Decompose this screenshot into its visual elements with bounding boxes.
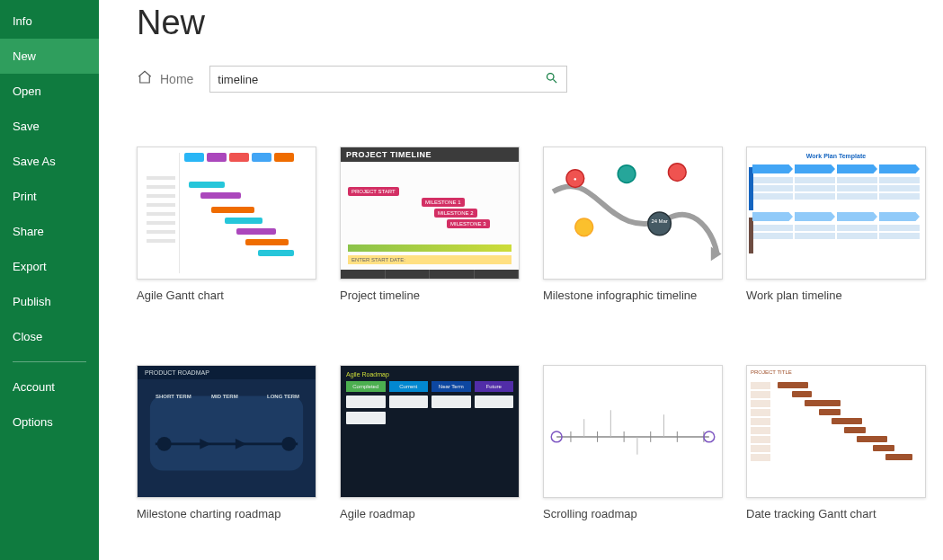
svg-text:24 Mar: 24 Mar bbox=[651, 218, 667, 224]
page-title: New bbox=[137, 4, 943, 42]
sidebar-separator bbox=[13, 361, 86, 362]
template-thumb: ● 24 Mar bbox=[543, 147, 723, 280]
template-label: Agile Gantt chart bbox=[137, 289, 316, 302]
template-card-agile-roadmap[interactable]: Agile Roadmap Completed Current Near Ter… bbox=[340, 365, 520, 520]
home-icon bbox=[137, 69, 153, 89]
svg-point-0 bbox=[547, 73, 554, 80]
template-card-date-gantt[interactable]: PROJECT TITLE bbox=[746, 365, 926, 520]
sidebar-item-close[interactable]: Close bbox=[0, 319, 99, 354]
template-card-agile-gantt[interactable]: Agile Gantt chart bbox=[137, 147, 316, 302]
search-icon bbox=[545, 71, 558, 88]
sidebar-item-export[interactable]: Export bbox=[0, 249, 99, 284]
sidebar-item-save[interactable]: Save bbox=[0, 109, 99, 144]
svg-text:●: ● bbox=[574, 176, 577, 182]
sidebar-item-publish[interactable]: Publish bbox=[0, 284, 99, 319]
svg-point-7 bbox=[575, 218, 593, 236]
template-thumb: Agile Roadmap Completed Current Near Ter… bbox=[340, 365, 520, 498]
home-button[interactable]: Home bbox=[137, 69, 193, 89]
template-label: Date tracking Gantt chart bbox=[746, 507, 926, 520]
backstage-sidebar: Info New Open Save Save As Print Share E… bbox=[0, 0, 99, 560]
sidebar-item-info[interactable]: Info bbox=[0, 4, 99, 39]
sidebar-item-save-as[interactable]: Save As bbox=[0, 144, 99, 179]
template-label: Work plan timeline bbox=[746, 289, 926, 302]
template-thumb: PRODUCT ROADMAP SHORT TERM MID TERM bbox=[137, 365, 316, 498]
template-label: Agile roadmap bbox=[340, 507, 520, 520]
search-button[interactable] bbox=[536, 67, 566, 92]
template-thumb: PROJECT TITLE bbox=[746, 365, 926, 498]
template-card-project-timeline[interactable]: PROJECT TIMELINE PROJECT START MILESTONE… bbox=[340, 147, 520, 302]
template-grid: Agile Gantt chart PROJECT TIMELINE PROJE… bbox=[137, 147, 943, 520]
svg-point-13 bbox=[281, 437, 296, 451]
template-label: Milestone charting roadmap bbox=[137, 507, 316, 520]
sidebar-item-new[interactable]: New bbox=[0, 39, 99, 74]
main-panel: New Home bbox=[99, 0, 943, 560]
template-card-milestone-roadmap[interactable]: PRODUCT ROADMAP SHORT TERM MID TERM bbox=[137, 365, 316, 520]
template-thumb: Work Plan Template bbox=[746, 147, 926, 280]
svg-point-12 bbox=[157, 437, 172, 451]
sidebar-item-share[interactable]: Share bbox=[0, 214, 99, 249]
template-card-work-plan[interactable]: Work Plan Template Work plan timeline bbox=[746, 147, 926, 302]
template-thumb bbox=[543, 365, 723, 498]
search-box bbox=[209, 66, 567, 93]
template-gallery[interactable]: Agile Gantt chart PROJECT TIMELINE PROJE… bbox=[99, 93, 943, 560]
sidebar-item-print[interactable]: Print bbox=[0, 179, 99, 214]
template-card-scrolling-roadmap[interactable]: Scrolling roadmap bbox=[543, 365, 723, 520]
search-row: Home bbox=[137, 66, 943, 93]
svg-point-5 bbox=[618, 165, 636, 183]
template-label: Scrolling roadmap bbox=[543, 507, 723, 520]
template-thumb: PROJECT TIMELINE PROJECT START MILESTONE… bbox=[340, 147, 520, 280]
template-label: Milestone infographic timeline bbox=[543, 289, 723, 302]
template-card-milestone-infographic[interactable]: ● 24 Mar Milestone infographic timeline bbox=[543, 147, 723, 302]
svg-rect-10 bbox=[150, 396, 303, 470]
home-label: Home bbox=[160, 72, 193, 87]
svg-point-6 bbox=[668, 164, 686, 182]
app-window: Info New Open Save Save As Print Share E… bbox=[0, 0, 943, 560]
sidebar-item-open[interactable]: Open bbox=[0, 74, 99, 109]
search-input[interactable] bbox=[210, 73, 536, 86]
template-thumb bbox=[137, 147, 316, 280]
svg-line-1 bbox=[553, 79, 556, 83]
sidebar-item-account[interactable]: Account bbox=[0, 369, 99, 404]
template-label: Project timeline bbox=[340, 289, 520, 302]
sidebar-item-options[interactable]: Options bbox=[0, 404, 99, 440]
